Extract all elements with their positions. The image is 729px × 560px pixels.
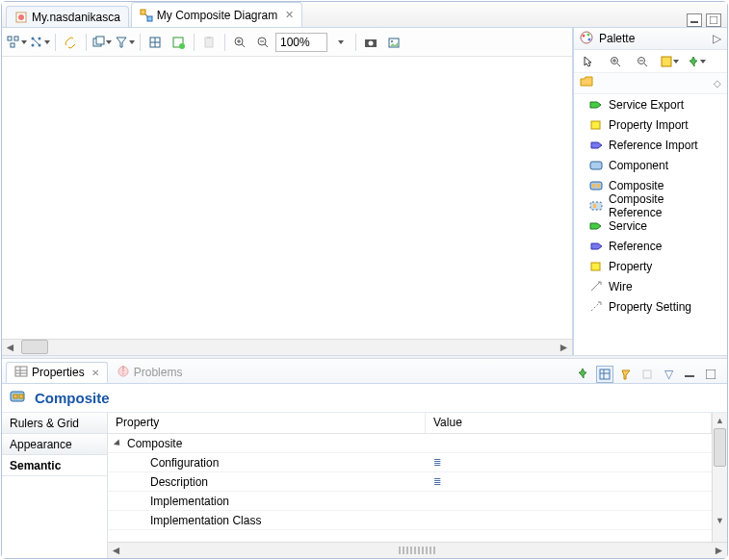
property-row[interactable]: Configuration≣ bbox=[108, 453, 712, 472]
maximize-button[interactable] bbox=[706, 13, 721, 27]
minimize-button[interactable] bbox=[687, 13, 702, 27]
export-image-button[interactable] bbox=[383, 32, 404, 53]
tab-rulers-grid[interactable]: Rulers & Grid bbox=[2, 413, 107, 434]
palette-item[interactable]: Composite Reference bbox=[574, 195, 727, 216]
svg-point-38 bbox=[588, 38, 591, 40]
svg-line-25 bbox=[242, 44, 245, 47]
svg-text:!: ! bbox=[121, 365, 124, 377]
link-button[interactable] bbox=[60, 32, 81, 53]
palette-item-label: Reference bbox=[609, 240, 662, 253]
palette-item-label: Service Export bbox=[609, 98, 684, 112]
svg-rect-5 bbox=[690, 21, 698, 23]
editor-tab-nasdanika[interactable]: My.nasdanikasca bbox=[6, 6, 129, 27]
minimize-view-button[interactable] bbox=[681, 366, 698, 383]
svg-line-40 bbox=[617, 64, 620, 66]
property-name: Implementation Class bbox=[150, 514, 261, 527]
svg-rect-46 bbox=[662, 57, 671, 66]
svg-rect-6 bbox=[710, 16, 717, 24]
close-icon[interactable]: ✕ bbox=[91, 368, 99, 378]
properties-title-bar: Composite bbox=[2, 384, 727, 413]
svg-point-12 bbox=[31, 43, 34, 46]
palette-item-icon bbox=[589, 139, 603, 152]
svg-rect-68 bbox=[706, 369, 716, 379]
svg-rect-49 bbox=[590, 182, 602, 190]
table-horizontal-scrollbar[interactable]: ◄ ► bbox=[108, 542, 727, 558]
arrange-button[interactable] bbox=[6, 32, 27, 53]
palette-drawer[interactable]: ◇ bbox=[574, 73, 727, 94]
collapse-icon[interactable]: ▷ bbox=[713, 32, 721, 45]
svg-rect-57 bbox=[15, 367, 27, 376]
editor-tab-composite-diagram[interactable]: My Composite Diagram ✕ bbox=[131, 2, 302, 27]
tab-appearance[interactable]: Appearance bbox=[2, 434, 107, 455]
palette-item-icon bbox=[589, 118, 603, 132]
svg-point-32 bbox=[369, 40, 374, 45]
tab-label: Problems bbox=[134, 366, 183, 379]
palette-item[interactable]: Wire bbox=[574, 276, 727, 296]
show-advanced-button[interactable] bbox=[617, 366, 635, 383]
svg-rect-22 bbox=[205, 38, 213, 47]
expand-icon[interactable] bbox=[114, 439, 122, 447]
tab-properties[interactable]: Properties ✕ bbox=[6, 362, 108, 383]
show-categories-button[interactable] bbox=[596, 366, 613, 383]
svg-line-44 bbox=[644, 64, 647, 66]
layers-button[interactable] bbox=[91, 32, 112, 53]
palette-item-label: Composite Reference bbox=[609, 192, 719, 219]
column-value[interactable]: Value bbox=[426, 413, 712, 433]
palette-toolbar bbox=[574, 50, 727, 73]
zoom-in-tool[interactable] bbox=[605, 51, 626, 72]
property-row[interactable]: Description≣ bbox=[108, 472, 712, 492]
svg-rect-67 bbox=[685, 375, 694, 377]
palette-item[interactable]: Property Setting bbox=[574, 296, 727, 317]
view-menu-button[interactable]: ▽ bbox=[660, 366, 677, 383]
filter-button[interactable] bbox=[114, 32, 135, 53]
palette-item[interactable]: Component bbox=[574, 155, 727, 175]
property-group-row[interactable]: Composite bbox=[108, 434, 712, 453]
palette-item-label: Reference Import bbox=[609, 139, 698, 152]
close-icon[interactable]: ✕ bbox=[285, 9, 294, 21]
palette-item-icon bbox=[589, 260, 603, 273]
zoom-dropdown[interactable] bbox=[329, 32, 351, 53]
svg-rect-47 bbox=[591, 121, 600, 129]
svg-point-34 bbox=[391, 40, 393, 42]
file-icon bbox=[14, 11, 28, 24]
property-name: Configuration bbox=[150, 456, 219, 470]
property-name: Implementation bbox=[150, 495, 229, 508]
tab-semantic[interactable]: Semantic bbox=[2, 455, 107, 476]
snapshot-button[interactable] bbox=[360, 32, 381, 53]
palette-item[interactable]: Reference bbox=[574, 236, 727, 256]
horizontal-scrollbar[interactable]: ◄► bbox=[2, 339, 572, 355]
zoom-out-tool[interactable] bbox=[632, 51, 653, 72]
svg-line-56 bbox=[591, 302, 600, 311]
palette-item[interactable]: Property bbox=[574, 256, 727, 276]
palette-item[interactable]: Reference Import bbox=[574, 135, 727, 155]
property-row[interactable]: Implementation bbox=[108, 492, 712, 511]
maximize-view-button[interactable] bbox=[702, 366, 719, 383]
palette-item-label: Property bbox=[609, 260, 652, 273]
tab-problems[interactable]: ! Problems bbox=[108, 362, 192, 383]
palette-item[interactable]: Service Export bbox=[574, 94, 727, 115]
composite-icon bbox=[10, 390, 27, 406]
editor-tab-label: My.nasdanikasca bbox=[32, 11, 120, 24]
select-button[interactable] bbox=[29, 32, 50, 53]
pin-tool[interactable] bbox=[686, 51, 707, 72]
palette-header[interactable]: Palette ▷ bbox=[574, 28, 727, 50]
diagram-canvas[interactable] bbox=[2, 57, 572, 339]
palette-item[interactable]: Property Import bbox=[574, 115, 727, 135]
property-table-body: CompositeConfiguration≣Description≣Imple… bbox=[108, 434, 712, 542]
pin-view-button[interactable] bbox=[575, 366, 592, 383]
note-tool[interactable] bbox=[659, 51, 680, 72]
zoom-in-button[interactable] bbox=[229, 32, 250, 53]
pointer-tool[interactable] bbox=[578, 51, 599, 72]
snap-button[interactable] bbox=[168, 32, 189, 53]
paste-button[interactable] bbox=[198, 32, 220, 53]
svg-rect-23 bbox=[207, 37, 211, 38]
palette-icon bbox=[580, 31, 593, 47]
svg-point-37 bbox=[587, 33, 590, 36]
vertical-scrollbar[interactable]: ▲▼ bbox=[712, 413, 727, 542]
restore-defaults-button[interactable] bbox=[638, 366, 656, 383]
column-property[interactable]: Property bbox=[108, 413, 426, 433]
zoom-input[interactable]: 100% bbox=[275, 33, 327, 52]
zoom-out-button[interactable] bbox=[252, 32, 273, 53]
property-row[interactable]: Implementation Class bbox=[108, 511, 712, 530]
grid-button[interactable] bbox=[144, 32, 166, 53]
